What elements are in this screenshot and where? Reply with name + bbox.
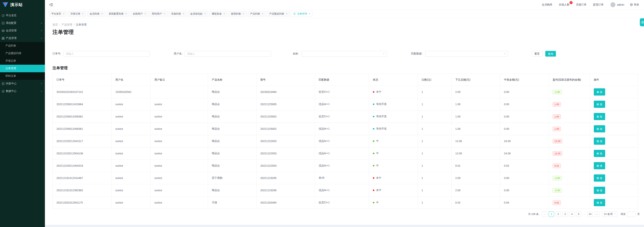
user-menu[interactable]: admin bbox=[610, 2, 624, 7]
cell-match-data: 统货Ct+1 bbox=[315, 110, 369, 123]
close-icon[interactable]: × bbox=[286, 12, 287, 15]
sidebar-item-会员管理[interactable]: 会员管理∨ bbox=[0, 27, 45, 34]
tab-会员加扣款[interactable]: 会员加扣款× bbox=[188, 11, 208, 17]
close-icon[interactable]: × bbox=[204, 12, 206, 15]
close-icon[interactable]: × bbox=[63, 12, 64, 15]
profit-badge: 1.00 bbox=[553, 127, 561, 131]
close-icon[interactable]: × bbox=[309, 12, 310, 15]
app-logo[interactable]: 演示站 bbox=[0, 0, 45, 9]
pagination-next-button[interactable]: › bbox=[594, 212, 600, 217]
username-input[interactable] bbox=[185, 51, 271, 56]
pagination-page-3[interactable]: 3 bbox=[562, 212, 568, 217]
close-icon[interactable]: × bbox=[262, 12, 263, 15]
edit-button[interactable]: 修 改 bbox=[594, 113, 605, 120]
sidebar-item-平台首页[interactable]: 平台首页 bbox=[0, 12, 45, 19]
cell-status: 未中 bbox=[369, 86, 418, 98]
jump-page-input[interactable] bbox=[627, 212, 636, 217]
topbar-link-在线人数[interactable]: 在线人数2 bbox=[559, 3, 570, 6]
close-icon[interactable]: × bbox=[82, 12, 84, 15]
content: 首页/产品管理/注单管理 注单管理 订单号: 用户名: 名称: ∨ 匹配数据: … bbox=[45, 18, 644, 225]
pagination-page-1[interactable]: 1 bbox=[549, 212, 554, 217]
cell-match-data: 优品Ar+1 bbox=[315, 184, 369, 197]
status-indicator: 中 bbox=[373, 152, 416, 155]
sidebar-subitem-产品预设列表[interactable]: 产品预设列表 bbox=[0, 49, 45, 57]
language-switcher[interactable]: 简体 bbox=[630, 3, 639, 6]
match-data-select[interactable]: ∨ bbox=[425, 51, 508, 56]
close-icon[interactable]: × bbox=[164, 12, 165, 15]
pagination-total: 共 236 条, bbox=[528, 213, 540, 216]
sidebar-subitem-开奖记录[interactable]: 开奖记录 bbox=[0, 57, 45, 65]
tab-label: 充值列表 bbox=[171, 12, 181, 15]
tab-产品预设列表[interactable]: 产品预设列表× bbox=[267, 11, 290, 17]
tab-平台首页[interactable]: 平台首页× bbox=[49, 11, 67, 17]
cell-status: 中 bbox=[369, 160, 418, 172]
search-button[interactable]: 查询 bbox=[545, 51, 556, 56]
cell-period: 20221203464 bbox=[256, 197, 315, 209]
close-icon[interactable]: × bbox=[126, 12, 127, 15]
tab-赠送彩金[interactable]: 赠送彩金× bbox=[209, 11, 227, 17]
edit-button[interactable]: 修 改 bbox=[594, 125, 605, 132]
sidebar-subitem-即时注单[interactable]: 即时注单 bbox=[0, 72, 45, 80]
cell-period: 20221219285 bbox=[256, 172, 315, 184]
cell-profit: 12.00 bbox=[549, 135, 590, 147]
tab-开奖记录[interactable]: 开奖记录× bbox=[68, 11, 86, 17]
close-icon[interactable]: × bbox=[224, 12, 225, 15]
pagination-ellipsis[interactable]: ··· bbox=[583, 213, 586, 216]
breadcrumb-item-首页[interactable]: 首页 bbox=[52, 23, 58, 26]
tab-会员列表[interactable]: 会员列表× bbox=[87, 11, 105, 17]
sidebar-subitem-注单管理[interactable]: 注单管理 bbox=[0, 65, 45, 72]
edit-button[interactable]: 修 改 bbox=[594, 162, 605, 169]
app-logo-icon bbox=[2, 2, 8, 7]
tab-label: 陪玩用户 bbox=[152, 12, 162, 15]
close-icon[interactable]: × bbox=[144, 12, 146, 15]
pagination-page-2[interactable]: 2 bbox=[556, 212, 561, 217]
chevron-up-icon: ∧ bbox=[41, 37, 42, 39]
edit-button[interactable]: 修 改 bbox=[594, 187, 605, 194]
tab-陪玩用户[interactable]: 陪玩用户× bbox=[150, 11, 168, 17]
pagination-page-5[interactable]: 5 bbox=[576, 212, 581, 217]
dashboard-icon bbox=[2, 14, 4, 17]
order-no-input[interactable] bbox=[64, 51, 150, 56]
settings-gear-button[interactable] bbox=[640, 18, 644, 26]
cell-status: 中 bbox=[369, 135, 418, 147]
sidebar-subitem-产品列表[interactable]: 产品列表 bbox=[0, 42, 45, 49]
close-icon[interactable]: × bbox=[243, 12, 244, 15]
close-icon[interactable]: × bbox=[101, 12, 103, 15]
sidebar-item-内容中心[interactable]: 内容中心∨ bbox=[0, 80, 45, 87]
sidebar-item-数据中心[interactable]: 数据中心∨ bbox=[0, 87, 45, 95]
topbar-link-提现订单[interactable]: 提现订单 bbox=[593, 3, 604, 6]
cell-remark: sunice bbox=[151, 98, 208, 110]
topbar-link-会员购单[interactable]: 会员购单 bbox=[542, 3, 552, 6]
cell-bet-total: 2.00 bbox=[452, 172, 500, 184]
sidebar-item-系统配置[interactable]: 系统配置∨ bbox=[0, 19, 45, 27]
page-size-select[interactable]: 10 条/页∨ bbox=[602, 212, 617, 217]
name-select[interactable]: ∨ bbox=[302, 51, 387, 56]
sidebar-item-label: 产品管理 bbox=[6, 36, 16, 40]
pagination-page-4[interactable]: 4 bbox=[569, 212, 574, 217]
sidebar-item-产品管理[interactable]: 产品管理∧ bbox=[0, 34, 45, 42]
cell-order-no: 202212250012456361 bbox=[53, 110, 112, 123]
cell-username: sunice bbox=[112, 147, 151, 160]
pagination-page-24[interactable]: 24 bbox=[587, 212, 593, 217]
tab-充值列表[interactable]: 充值列表× bbox=[169, 11, 187, 17]
edit-button[interactable]: 修 改 bbox=[594, 101, 605, 108]
edit-button[interactable]: 修 改 bbox=[594, 88, 605, 96]
sidebar-item-label: 内容中心 bbox=[6, 82, 16, 85]
edit-button[interactable]: 修 改 bbox=[594, 199, 605, 206]
edit-button[interactable]: 修 改 bbox=[594, 138, 605, 145]
menu-collapse-icon[interactable] bbox=[49, 3, 53, 7]
jump-prefix-label: 跳至 bbox=[621, 213, 626, 216]
topbar-link-充值订单[interactable]: 充值订单 bbox=[576, 3, 586, 6]
reset-button[interactable]: 重置 bbox=[532, 51, 542, 56]
tab-在线用户[interactable]: 在线用户× bbox=[130, 11, 148, 17]
tab-提现列表[interactable]: 提现列表× bbox=[228, 11, 246, 17]
pagination-prev-button[interactable]: ‹ bbox=[542, 212, 547, 217]
edit-button[interactable]: 修 改 bbox=[594, 174, 605, 182]
breadcrumb-item-产品管理[interactable]: 产品管理 bbox=[62, 23, 72, 26]
tab-系统配置列表[interactable]: 系统配置列表× bbox=[106, 11, 129, 17]
cell-action: 修 改 bbox=[590, 160, 638, 172]
tab-注单管理[interactable]: 注单管理× bbox=[291, 11, 312, 17]
close-icon[interactable]: × bbox=[183, 12, 184, 15]
tab-产品列表[interactable]: 产品列表× bbox=[248, 11, 266, 17]
edit-button[interactable]: 修 改 bbox=[594, 150, 605, 157]
